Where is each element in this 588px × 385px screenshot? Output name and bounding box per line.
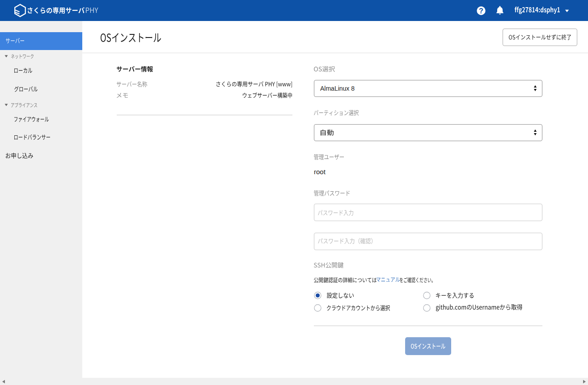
svg-text:?: ? [479,7,483,14]
